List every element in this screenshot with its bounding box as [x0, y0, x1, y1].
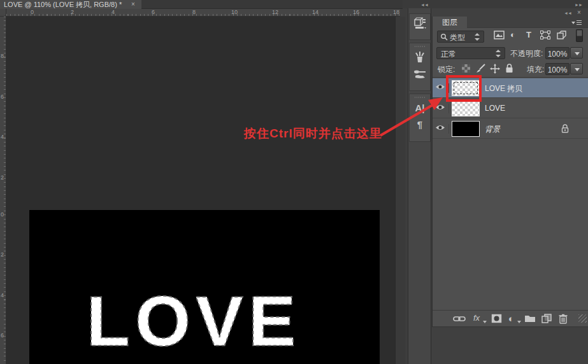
- layer-thumbnail[interactable]: [452, 121, 480, 137]
- panel-tab-row: 图层: [433, 17, 588, 28]
- dock-top-bar: ◄◄ ►►: [403, 0, 588, 8]
- kind-filter-label: 类型: [450, 32, 465, 43]
- drag-grip[interactable]: [415, 45, 425, 48]
- eye-icon: [435, 83, 445, 90]
- drag-grip[interactable]: [415, 96, 425, 99]
- collapse-strip-icon[interactable]: ◄◄: [420, 2, 428, 8]
- filter-adjustment-layers-icon[interactable]: ◐: [510, 30, 515, 39]
- ruler-number: 4: [111, 10, 115, 15]
- layers-panel-bottom-bar: fx ◐: [433, 310, 588, 326]
- panel-menu-icon[interactable]: [571, 20, 582, 26]
- lock-position-icon[interactable]: [490, 64, 500, 74]
- strip-group-3d[interactable]: [409, 13, 431, 40]
- layer-name[interactable]: 背景: [485, 124, 500, 135]
- fill-dropdown-button[interactable]: [570, 63, 583, 74]
- ruler-number: 0: [31, 10, 34, 15]
- delete-layer-icon[interactable]: [559, 314, 568, 324]
- lock-pixels-icon[interactable]: [476, 64, 486, 73]
- collapse-panel-icon[interactable]: ◄◄: [564, 10, 571, 17]
- updown-arrows-icon: [475, 33, 480, 41]
- filter-pixel-layers-icon[interactable]: [494, 31, 505, 39]
- lock-transparency-icon[interactable]: [462, 64, 470, 73]
- add-layer-mask-icon[interactable]: [491, 314, 502, 323]
- ruler-number: 2: [1, 175, 4, 181]
- filter-row: 类型 ◐ T: [433, 29, 588, 45]
- opacity-label: 不透明度:: [510, 48, 543, 59]
- filter-smart-objects-icon[interactable]: [557, 31, 567, 39]
- document-tab-close-icon[interactable]: ×: [131, 0, 135, 9]
- layer-row-background[interactable]: 背景: [433, 119, 588, 139]
- blend-mode-dropdown[interactable]: 正常: [436, 47, 505, 59]
- ruler-number: 6: [152, 10, 155, 15]
- ruler-number: 8: [1, 53, 4, 59]
- close-panel-icon[interactable]: ×: [577, 10, 581, 16]
- strip-group-brushes[interactable]: [409, 43, 431, 91]
- annotation-text: 按住Ctrl同时并点击这里: [244, 125, 382, 142]
- link-layers-icon[interactable]: [453, 316, 466, 322]
- layer-name[interactable]: LOVE: [485, 104, 505, 113]
- search-icon: [440, 33, 448, 41]
- layers-panel: 图层 类型 ◐ T 正常 不透明度:: [432, 17, 588, 326]
- ruler-number: 4: [1, 134, 4, 140]
- horizontal-ruler: 0 2 4 6 8 10 12 14 16 18: [6, 9, 400, 17]
- layer-thumbnail[interactable]: [452, 101, 480, 116]
- brush-presets-panel-icon[interactable]: [413, 50, 427, 64]
- opacity-value: 100%: [548, 50, 568, 59]
- visibility-toggle[interactable]: [435, 124, 449, 134]
- collapsed-panels-strip: A| ¶: [408, 8, 431, 364]
- filter-toggle-switch[interactable]: [576, 29, 583, 42]
- brush-panel-icon[interactable]: [413, 67, 427, 81]
- ruler-number: 18: [393, 10, 399, 15]
- opacity-dropdown-button[interactable]: [570, 47, 583, 59]
- document-tab-bar: LOVE @ 110% (LOVE 拷贝, RGB/8) * ×: [0, 0, 403, 9]
- layer-style-icon[interactable]: fx: [473, 313, 480, 323]
- dock-empty-area: [432, 326, 588, 364]
- lock-all-icon[interactable]: [505, 64, 513, 73]
- ruler-number: 14: [312, 10, 319, 15]
- eye-icon: [435, 124, 445, 131]
- ruler-number: 10: [231, 10, 238, 15]
- ruler-number: 4: [1, 293, 4, 298]
- opacity-field[interactable]: 100%: [545, 47, 570, 59]
- updown-arrows-icon: [496, 50, 501, 57]
- filter-shape-layers-icon[interactable]: [540, 31, 550, 39]
- expand-dock-icon[interactable]: ►►: [575, 2, 582, 8]
- filter-type-layers-icon[interactable]: T: [526, 30, 531, 39]
- 3d-panel-icon[interactable]: [413, 17, 427, 31]
- document-tab-title: LOVE @ 110% (LOVE 拷贝, RGB/8) *: [4, 1, 122, 8]
- ruler-number: 2: [1, 252, 4, 258]
- ruler-number: 12: [272, 10, 278, 15]
- ruler-number: 2: [71, 10, 74, 15]
- ruler-number: 0: [1, 212, 4, 218]
- svg-text:LOVE: LOVE: [87, 281, 301, 361]
- ruler-corner: [0, 9, 6, 17]
- lock-label: 锁定:: [438, 64, 455, 75]
- document-tab[interactable]: LOVE @ 110% (LOVE 拷贝, RGB/8) *: [0, 0, 141, 9]
- visibility-toggle[interactable]: [435, 104, 449, 113]
- fill-field[interactable]: 100%: [545, 63, 570, 75]
- adjustment-dropdown-arrow-icon: [517, 321, 521, 323]
- ruler-number: 16: [353, 10, 359, 15]
- kind-filter-dropdown[interactable]: 类型: [437, 31, 484, 43]
- new-group-icon[interactable]: [524, 314, 536, 323]
- blend-row: 正常 不透明度: 100%: [433, 45, 588, 62]
- strip-group-type[interactable]: A| ¶: [409, 94, 431, 142]
- layer-lock-icon: [561, 124, 569, 133]
- layers-tab[interactable]: 图层: [433, 17, 467, 28]
- love-selection-text: LOVE: [29, 210, 380, 364]
- new-layer-icon[interactable]: [541, 314, 552, 323]
- panel-group-header: ◄◄ ×: [432, 8, 588, 17]
- layer-name[interactable]: LOVE 拷贝: [485, 83, 522, 94]
- vertical-ruler: 8 6 4 2 0 2 4 6: [0, 17, 6, 364]
- annotation-highlight-rectangle: [446, 75, 482, 102]
- document-scroll-gutter[interactable]: [395, 17, 405, 364]
- character-panel-icon[interactable]: A|: [413, 101, 427, 115]
- new-adjustment-layer-icon[interactable]: ◐: [508, 313, 514, 324]
- corner-resize-grip[interactable]: [578, 314, 587, 323]
- ruler-number: 6: [1, 94, 4, 100]
- ruler-number: 8: [192, 10, 196, 15]
- ruler-number: 6: [1, 333, 4, 339]
- fill-value: 100%: [548, 66, 568, 74]
- canvas[interactable]: LOVE: [29, 210, 380, 364]
- paragraph-panel-icon[interactable]: ¶: [413, 118, 427, 132]
